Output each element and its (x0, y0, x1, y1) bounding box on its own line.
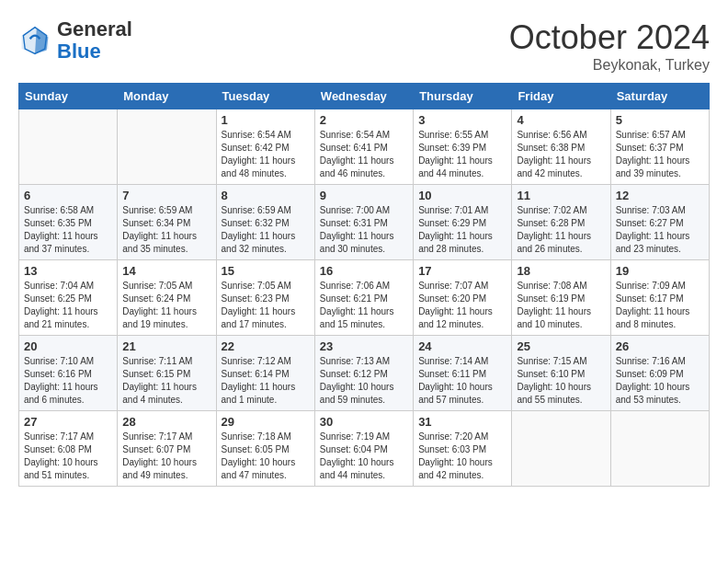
day-info: Sunrise: 7:17 AM Sunset: 6:08 PM Dayligh… (24, 431, 112, 482)
calendar-table: SundayMondayTuesdayWednesdayThursdayFrid… (18, 83, 710, 487)
day-info: Sunrise: 7:11 AM Sunset: 6:15 PM Dayligh… (122, 355, 210, 407)
calendar-cell: 9Sunrise: 7:00 AM Sunset: 6:31 PM Daylig… (314, 185, 413, 260)
day-of-week-header: Sunday (19, 84, 118, 109)
calendar-cell: 25Sunrise: 7:15 AM Sunset: 6:10 PM Dayli… (512, 336, 610, 411)
day-number: 3 (418, 113, 506, 127)
day-info: Sunrise: 7:10 AM Sunset: 6:16 PM Dayligh… (24, 355, 112, 407)
day-number: 11 (517, 189, 605, 202)
day-of-week-header: Tuesday (216, 84, 314, 109)
day-info: Sunrise: 6:56 AM Sunset: 6:38 PM Dayligh… (517, 129, 605, 180)
day-of-week-header: Saturday (610, 84, 709, 109)
day-number: 10 (418, 189, 506, 202)
day-info: Sunrise: 7:19 AM Sunset: 6:04 PM Dayligh… (320, 431, 408, 482)
calendar-cell: 14Sunrise: 7:05 AM Sunset: 6:24 PM Dayli… (118, 260, 216, 336)
day-number: 25 (517, 339, 605, 353)
day-number: 6 (24, 189, 112, 202)
calendar-cell: 7Sunrise: 6:59 AM Sunset: 6:34 PM Daylig… (118, 185, 216, 260)
calendar-cell: 28Sunrise: 7:17 AM Sunset: 6:07 PM Dayli… (118, 411, 216, 487)
calendar-cell (118, 109, 216, 185)
day-number: 26 (616, 339, 704, 353)
day-number: 16 (320, 264, 408, 278)
day-info: Sunrise: 6:55 AM Sunset: 6:39 PM Dayligh… (418, 129, 506, 180)
day-info: Sunrise: 6:54 AM Sunset: 6:42 PM Dayligh… (222, 129, 310, 180)
location-subtitle: Beykonak, Turkey (509, 57, 710, 74)
logo: General Blue (18, 18, 132, 63)
calendar-cell (19, 109, 118, 185)
day-number: 19 (616, 264, 704, 278)
day-number: 24 (418, 339, 506, 353)
day-info: Sunrise: 7:16 AM Sunset: 6:09 PM Dayligh… (616, 355, 704, 407)
calendar-cell: 10Sunrise: 7:01 AM Sunset: 6:29 PM Dayli… (414, 185, 512, 260)
day-of-week-header: Monday (118, 84, 216, 109)
logo-icon (18, 24, 51, 57)
day-of-week-header: Wednesday (314, 84, 413, 109)
title-block: October 2024 Beykonak, Turkey (509, 18, 710, 74)
day-number: 22 (222, 339, 310, 353)
day-number: 17 (418, 264, 506, 278)
day-number: 4 (517, 113, 605, 127)
calendar-cell: 26Sunrise: 7:16 AM Sunset: 6:09 PM Dayli… (610, 336, 709, 411)
day-number: 9 (320, 189, 408, 202)
day-info: Sunrise: 7:07 AM Sunset: 6:20 PM Dayligh… (418, 280, 506, 331)
calendar-cell (610, 411, 709, 487)
calendar-week-row: 6Sunrise: 6:58 AM Sunset: 6:35 PM Daylig… (19, 185, 710, 260)
calendar-week-row: 20Sunrise: 7:10 AM Sunset: 6:16 PM Dayli… (19, 336, 710, 411)
day-info: Sunrise: 7:03 AM Sunset: 6:27 PM Dayligh… (616, 204, 704, 256)
calendar-cell: 8Sunrise: 6:59 AM Sunset: 6:32 PM Daylig… (216, 185, 314, 260)
calendar-cell: 3Sunrise: 6:55 AM Sunset: 6:39 PM Daylig… (414, 109, 512, 185)
calendar-header-row: SundayMondayTuesdayWednesdayThursdayFrid… (19, 84, 710, 109)
day-info: Sunrise: 7:12 AM Sunset: 6:14 PM Dayligh… (222, 355, 310, 407)
calendar-cell: 29Sunrise: 7:18 AM Sunset: 6:05 PM Dayli… (216, 411, 314, 487)
day-number: 1 (222, 113, 310, 127)
calendar-cell: 11Sunrise: 7:02 AM Sunset: 6:28 PM Dayli… (512, 185, 610, 260)
day-info: Sunrise: 7:00 AM Sunset: 6:31 PM Dayligh… (320, 204, 408, 256)
day-number: 29 (222, 415, 310, 429)
calendar-cell: 17Sunrise: 7:07 AM Sunset: 6:20 PM Dayli… (414, 260, 512, 336)
calendar-week-row: 1Sunrise: 6:54 AM Sunset: 6:42 PM Daylig… (19, 109, 710, 185)
day-number: 20 (24, 339, 112, 353)
day-number: 21 (122, 339, 210, 353)
day-info: Sunrise: 7:05 AM Sunset: 6:24 PM Dayligh… (122, 280, 210, 331)
day-number: 12 (616, 189, 704, 202)
calendar-cell: 21Sunrise: 7:11 AM Sunset: 6:15 PM Dayli… (118, 336, 216, 411)
day-number: 7 (122, 189, 210, 202)
day-number: 8 (222, 189, 310, 202)
day-number: 28 (122, 415, 210, 429)
day-number: 18 (517, 264, 605, 278)
day-number: 5 (616, 113, 704, 127)
day-info: Sunrise: 7:08 AM Sunset: 6:19 PM Dayligh… (517, 280, 605, 331)
calendar-cell: 6Sunrise: 6:58 AM Sunset: 6:35 PM Daylig… (19, 185, 118, 260)
logo-text: General Blue (57, 18, 132, 63)
calendar-cell: 12Sunrise: 7:03 AM Sunset: 6:27 PM Dayli… (610, 185, 709, 260)
day-number: 15 (222, 264, 310, 278)
calendar-cell: 5Sunrise: 6:57 AM Sunset: 6:37 PM Daylig… (610, 109, 709, 185)
day-info: Sunrise: 7:02 AM Sunset: 6:28 PM Dayligh… (517, 204, 605, 256)
calendar-cell: 24Sunrise: 7:14 AM Sunset: 6:11 PM Dayli… (414, 336, 512, 411)
day-info: Sunrise: 7:17 AM Sunset: 6:07 PM Dayligh… (122, 431, 210, 482)
calendar-cell: 15Sunrise: 7:05 AM Sunset: 6:23 PM Dayli… (216, 260, 314, 336)
day-number: 27 (24, 415, 112, 429)
logo-blue: Blue (57, 40, 101, 63)
calendar-cell: 19Sunrise: 7:09 AM Sunset: 6:17 PM Dayli… (610, 260, 709, 336)
day-of-week-header: Thursday (414, 84, 512, 109)
day-number: 14 (122, 264, 210, 278)
calendar-cell: 13Sunrise: 7:04 AM Sunset: 6:25 PM Dayli… (19, 260, 118, 336)
day-info: Sunrise: 7:20 AM Sunset: 6:03 PM Dayligh… (418, 431, 506, 482)
day-info: Sunrise: 6:57 AM Sunset: 6:37 PM Dayligh… (616, 129, 704, 180)
day-info: Sunrise: 7:06 AM Sunset: 6:21 PM Dayligh… (320, 280, 408, 331)
day-number: 23 (320, 339, 408, 353)
calendar-cell: 2Sunrise: 6:54 AM Sunset: 6:41 PM Daylig… (314, 109, 413, 185)
day-info: Sunrise: 6:59 AM Sunset: 6:32 PM Dayligh… (222, 204, 310, 256)
calendar-week-row: 27Sunrise: 7:17 AM Sunset: 6:08 PM Dayli… (19, 411, 710, 487)
calendar-week-row: 13Sunrise: 7:04 AM Sunset: 6:25 PM Dayli… (19, 260, 710, 336)
calendar-cell: 20Sunrise: 7:10 AM Sunset: 6:16 PM Dayli… (19, 336, 118, 411)
calendar-cell: 4Sunrise: 6:56 AM Sunset: 6:38 PM Daylig… (512, 109, 610, 185)
day-info: Sunrise: 7:05 AM Sunset: 6:23 PM Dayligh… (222, 280, 310, 331)
logo-general: General (57, 17, 132, 40)
month-title: October 2024 (509, 18, 710, 57)
day-info: Sunrise: 7:09 AM Sunset: 6:17 PM Dayligh… (616, 280, 704, 331)
page-header: General Blue October 2024 Beykonak, Turk… (18, 18, 710, 74)
day-info: Sunrise: 7:04 AM Sunset: 6:25 PM Dayligh… (24, 280, 112, 331)
day-info: Sunrise: 6:59 AM Sunset: 6:34 PM Dayligh… (122, 204, 210, 256)
day-of-week-header: Friday (512, 84, 610, 109)
